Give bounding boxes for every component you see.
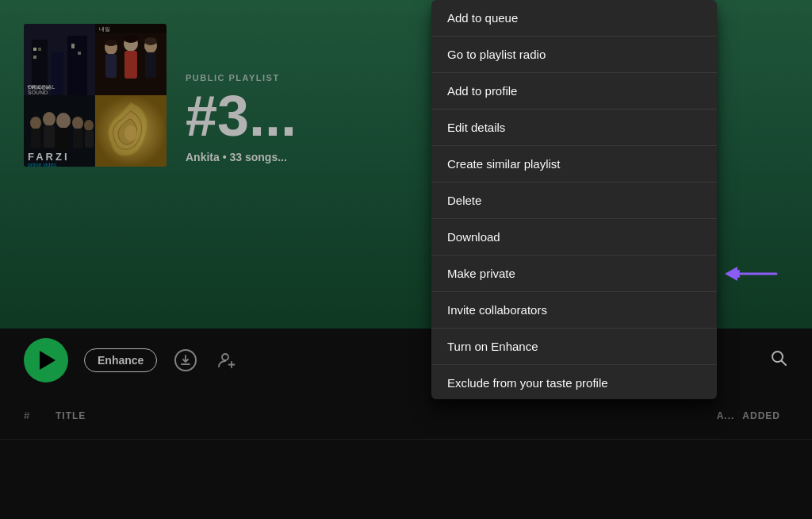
svg-marker-42 xyxy=(725,267,737,281)
menu-item-edit-details[interactable]: Edit details xyxy=(431,109,717,145)
menu-item-delete[interactable]: Delete xyxy=(431,182,717,218)
menu-item-turn-on-enhance[interactable]: Turn on Enhance xyxy=(431,328,717,364)
context-menu: Add to queue Go to playlist radio Add to… xyxy=(431,0,717,399)
menu-item-exclude-taste[interactable]: Exclude from your taste profile xyxy=(431,364,717,396)
menu-item-go-to-playlist-radio[interactable]: Go to playlist radio xyxy=(431,37,717,72)
menu-item-make-private[interactable]: Make private xyxy=(431,255,717,291)
menu-item-download[interactable]: Download xyxy=(431,218,717,255)
menu-item-add-to-queue[interactable]: Add to queue xyxy=(431,3,717,37)
menu-item-create-similar-playlist[interactable]: Create similar playlist xyxy=(431,145,717,182)
menu-item-add-to-profile[interactable]: Add to profile xyxy=(431,72,717,109)
menu-item-invite-collaborators[interactable]: Invite collaborators xyxy=(431,291,717,328)
arrow-indicator-icon xyxy=(709,256,780,291)
